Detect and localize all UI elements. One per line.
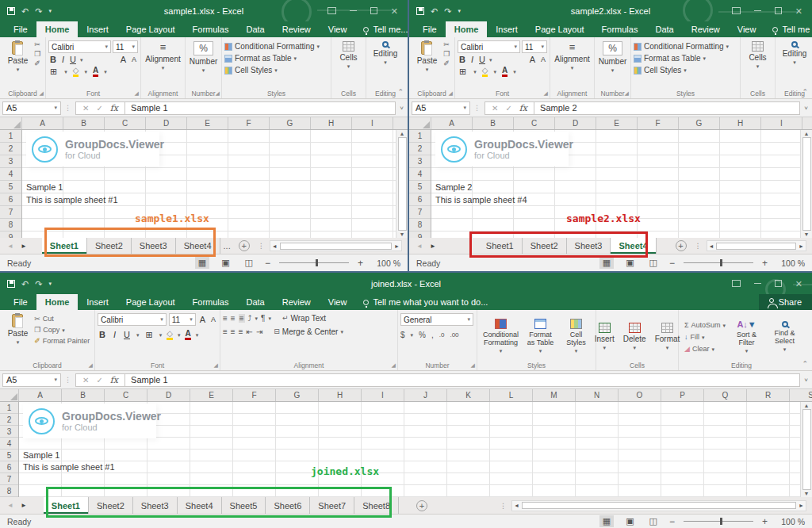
sheet-tab[interactable]: Sheet2 xyxy=(523,238,567,254)
column-header[interactable]: F xyxy=(228,117,270,129)
cancel-icon[interactable]: ✕ xyxy=(82,104,89,113)
underline-button[interactable]: U xyxy=(122,330,132,340)
ribbon-tab[interactable]: Insert xyxy=(78,21,117,37)
orientation-icon[interactable]: ⤴ xyxy=(248,314,252,323)
collapse-ribbon-icon[interactable]: ⌃ xyxy=(397,88,404,96)
sheet-tab[interactable]: Sheet5 xyxy=(222,497,266,514)
undo-icon[interactable]: ↶ xyxy=(21,7,29,15)
merge-center-button[interactable]: ⊟Merge & Center▾ xyxy=(274,327,343,336)
column-header[interactable]: H xyxy=(319,389,362,401)
column-header[interactable]: B xyxy=(63,117,105,129)
save-icon[interactable] xyxy=(7,7,15,15)
align-bottom-icon[interactable]: ≡ xyxy=(239,314,245,323)
italic-button[interactable]: I xyxy=(112,330,117,340)
cell-a6[interactable]: This is sample sheet #1 xyxy=(26,195,118,205)
undo-icon[interactable]: ↶ xyxy=(431,7,438,15)
chevron-down-icon[interactable]: ▾ xyxy=(489,57,492,63)
next-sheet-icon[interactable]: ► xyxy=(430,243,436,250)
ribbon-tab[interactable]: Data xyxy=(237,294,273,310)
sheet-tab[interactable]: Sheet4 xyxy=(611,238,656,254)
vertical-scrollbar[interactable]: ▲▼ xyxy=(396,130,408,238)
column-header[interactable]: L xyxy=(490,389,533,401)
ribbon-tab[interactable]: Home xyxy=(36,21,79,37)
autosum-button[interactable]: ΣAutoSum▾ xyxy=(684,321,726,330)
font-name-combo[interactable]: Calibri▾ xyxy=(458,40,520,53)
font-size-combo[interactable]: 11▾ xyxy=(113,40,138,53)
align-center-icon[interactable]: ≡ xyxy=(231,327,236,336)
maximize-icon[interactable] xyxy=(775,7,782,14)
column-header[interactable]: G xyxy=(270,117,311,129)
column-header[interactable]: O xyxy=(619,389,661,401)
cell-styles-button[interactable]: Cell Styles▾ xyxy=(224,64,278,76)
page-layout-view-icon[interactable]: ▣ xyxy=(622,515,637,527)
sheet-tab[interactable]: Sheet7 xyxy=(310,497,354,514)
name-box[interactable]: A5▾ xyxy=(2,373,61,387)
cell-area[interactable]: GroupDocs.Viewer for Cloud Sample 1 This… xyxy=(22,130,408,238)
editing-button[interactable]: Editing ▾ xyxy=(370,40,401,67)
column-header[interactable]: E xyxy=(187,117,228,129)
sheet-tab[interactable]: Sheet3 xyxy=(132,238,176,254)
ribbon-tab[interactable]: File xyxy=(414,21,446,37)
minimize-icon[interactable] xyxy=(754,10,761,11)
column-header[interactable]: Q xyxy=(704,389,747,401)
format-as-table-button[interactable]: Format as Table▾ xyxy=(634,52,706,64)
find-select-button[interactable]: Find & Select▾ xyxy=(768,320,802,354)
tell-me-box[interactable]: Tell me xyxy=(764,21,812,37)
column-header[interactable]: M xyxy=(533,389,576,401)
font-name-combo[interactable]: Calibri▾ xyxy=(48,40,111,53)
row-header[interactable]: 4 xyxy=(0,438,18,450)
horizontal-scrollbar[interactable]: ◄► xyxy=(511,500,806,511)
row-header[interactable]: 6 xyxy=(0,193,21,206)
enter-icon[interactable]: ✓ xyxy=(96,376,102,385)
conditional-formatting-button[interactable]: Conditional Formatting▾ xyxy=(634,40,729,52)
new-sheet-icon[interactable]: + xyxy=(239,240,250,251)
dialog-launcher-icon[interactable]: ◢ xyxy=(544,90,548,97)
ribbon-tab[interactable]: Review xyxy=(683,21,729,37)
save-icon[interactable] xyxy=(7,280,15,288)
dialog-launcher-icon[interactable]: ◢ xyxy=(214,362,218,369)
zoom-level[interactable]: 100 % xyxy=(372,258,400,268)
column-header[interactable]: H xyxy=(720,117,761,129)
expand-formula-bar-icon[interactable]: ˅ xyxy=(396,105,408,112)
vertical-scrollbar[interactable]: ▲▼ xyxy=(800,402,812,497)
italic-button[interactable]: I xyxy=(469,55,475,65)
page-layout-view-icon[interactable]: ▣ xyxy=(622,257,637,269)
zoom-slider-thumb[interactable] xyxy=(720,259,722,266)
row-header[interactable]: 8 xyxy=(0,485,18,497)
row-header[interactable]: 9 xyxy=(409,231,431,238)
ribbon-tab[interactable]: File xyxy=(5,294,36,310)
row-header[interactable]: 5 xyxy=(0,181,21,193)
column-header[interactable]: D xyxy=(555,117,596,129)
format-as-table-button[interactable]: Format as Table▾ xyxy=(224,52,297,64)
grow-font-button[interactable]: A xyxy=(198,315,207,325)
ribbon-tab[interactable]: Data xyxy=(237,21,273,37)
minimize-icon[interactable] xyxy=(350,10,357,11)
sheet-tab[interactable]: Sheet3 xyxy=(133,497,178,514)
font-color-icon[interactable]: A xyxy=(502,67,508,77)
underline-button[interactable]: U xyxy=(68,55,78,65)
vertical-scrollbar[interactable]: ▲▼ xyxy=(800,130,812,238)
row-header[interactable]: 2 xyxy=(0,143,21,155)
name-box[interactable]: A5▾ xyxy=(2,101,61,115)
sheet-tab[interactable]: Sheet6 xyxy=(266,497,310,514)
column-header[interactable]: K xyxy=(447,389,490,401)
row-header[interactable]: 7 xyxy=(409,206,431,219)
zoom-in-icon[interactable]: + xyxy=(762,516,768,527)
align-right-icon[interactable]: ≡ xyxy=(239,327,243,336)
new-sheet-icon[interactable]: + xyxy=(676,240,687,251)
row-header[interactable]: 3 xyxy=(0,426,18,438)
select-all-corner[interactable] xyxy=(409,117,431,129)
select-all-corner[interactable] xyxy=(0,389,19,401)
ribbon-tab[interactable]: Insert xyxy=(487,21,527,37)
column-header[interactable]: I xyxy=(352,117,393,129)
cell-a6[interactable]: This is sample sheet #1 xyxy=(23,462,115,472)
copy-icon[interactable]: ❐ xyxy=(443,50,450,59)
formula-input[interactable]: Sample 1 xyxy=(125,373,800,387)
sheet-tab[interactable]: Sheet8 xyxy=(354,497,399,514)
redo-icon[interactable]: ↷ xyxy=(35,280,42,288)
zoom-slider[interactable] xyxy=(279,262,349,263)
close-icon[interactable]: ✕ xyxy=(795,280,802,288)
cells-button[interactable]: Cells ▾ xyxy=(745,40,769,71)
cell-a6[interactable]: This is sample sheet #4 xyxy=(435,195,527,205)
ribbon-tab[interactable]: View xyxy=(320,294,356,310)
